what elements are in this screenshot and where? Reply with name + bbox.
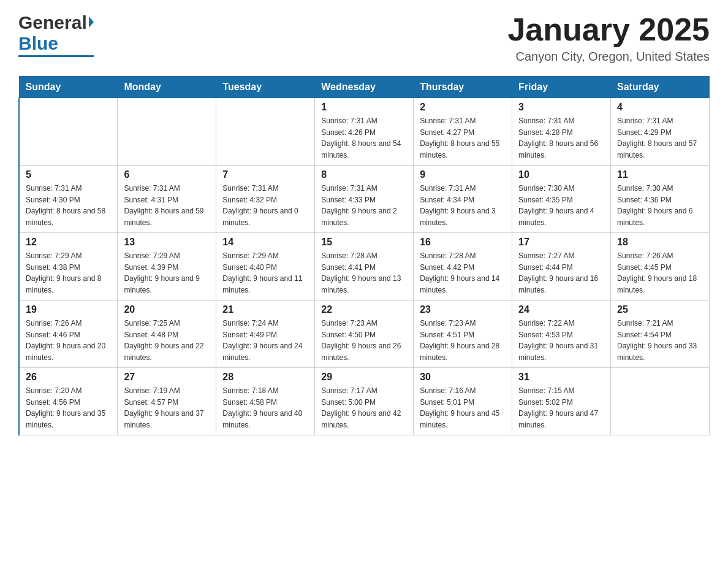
calendar-cell: 10Sunrise: 7:30 AMSunset: 4:35 PMDayligh… (512, 166, 611, 233)
calendar-cell: 12Sunrise: 7:29 AMSunset: 4:38 PMDayligh… (19, 233, 118, 301)
cell-info: Sunrise: 7:18 AMSunset: 4:58 PMDaylight:… (222, 385, 308, 431)
cell-info: Sunrise: 7:23 AMSunset: 4:51 PMDaylight:… (420, 318, 506, 363)
calendar-cell: 15Sunrise: 7:28 AMSunset: 4:41 PMDayligh… (315, 233, 414, 301)
cell-info: Sunrise: 7:16 AMSunset: 5:01 PMDaylight:… (420, 385, 506, 431)
calendar-cell: 31Sunrise: 7:15 AMSunset: 5:02 PMDayligh… (512, 368, 611, 435)
cell-info: Sunrise: 7:28 AMSunset: 4:42 PMDaylight:… (420, 250, 506, 296)
calendar-subtitle: Canyon City, Oregon, United States (507, 50, 710, 64)
cell-info: Sunrise: 7:23 AMSunset: 4:50 PMDaylight:… (321, 318, 407, 363)
calendar-cell (118, 98, 216, 166)
calendar-week-4: 19Sunrise: 7:26 AMSunset: 4:46 PMDayligh… (19, 301, 710, 368)
calendar-cell (19, 98, 118, 166)
cell-info: Sunrise: 7:31 AMSunset: 4:28 PMDaylight:… (518, 115, 604, 161)
day-header-tuesday: Tuesday (216, 77, 315, 98)
calendar-week-5: 26Sunrise: 7:20 AMSunset: 4:56 PMDayligh… (19, 368, 710, 435)
cell-date: 18 (617, 237, 703, 248)
calendar-cell: 30Sunrise: 7:16 AMSunset: 5:01 PMDayligh… (414, 368, 512, 435)
day-header-friday: Friday (512, 77, 611, 98)
cell-info: Sunrise: 7:27 AMSunset: 4:44 PMDaylight:… (518, 250, 604, 296)
cell-date: 31 (518, 372, 604, 383)
calendar-cell (611, 368, 710, 435)
cell-info: Sunrise: 7:29 AMSunset: 4:40 PMDaylight:… (222, 250, 308, 296)
calendar-cell: 26Sunrise: 7:20 AMSunset: 4:56 PMDayligh… (19, 368, 118, 435)
cell-info: Sunrise: 7:31 AMSunset: 4:33 PMDaylight:… (321, 183, 407, 228)
calendar-cell: 24Sunrise: 7:22 AMSunset: 4:53 PMDayligh… (512, 301, 611, 368)
cell-date: 17 (518, 237, 604, 248)
cell-info: Sunrise: 7:15 AMSunset: 5:02 PMDaylight:… (518, 385, 604, 431)
cell-date: 11 (617, 169, 703, 180)
calendar-cell: 25Sunrise: 7:21 AMSunset: 4:54 PMDayligh… (611, 301, 710, 368)
calendar-cell: 7Sunrise: 7:31 AMSunset: 4:32 PMDaylight… (216, 166, 315, 233)
cell-date: 6 (124, 169, 210, 180)
cell-info: Sunrise: 7:25 AMSunset: 4:48 PMDaylight:… (124, 318, 210, 363)
cell-info: Sunrise: 7:31 AMSunset: 4:27 PMDaylight:… (420, 115, 506, 161)
calendar-week-1: 1Sunrise: 7:31 AMSunset: 4:26 PMDaylight… (19, 98, 710, 166)
cell-date: 5 (26, 169, 111, 180)
cell-date: 16 (420, 237, 506, 248)
cell-date: 28 (222, 372, 308, 383)
cell-date: 20 (124, 304, 210, 315)
cell-info: Sunrise: 7:31 AMSunset: 4:26 PMDaylight:… (321, 115, 407, 161)
calendar-cell: 6Sunrise: 7:31 AMSunset: 4:31 PMDaylight… (118, 166, 216, 233)
day-header-wednesday: Wednesday (315, 77, 414, 98)
cell-date: 13 (124, 237, 210, 248)
calendar-cell: 29Sunrise: 7:17 AMSunset: 5:00 PMDayligh… (315, 368, 414, 435)
logo-underline (18, 55, 94, 57)
calendar-week-2: 5Sunrise: 7:31 AMSunset: 4:30 PMDaylight… (19, 166, 710, 233)
cell-info: Sunrise: 7:29 AMSunset: 4:39 PMDaylight:… (124, 250, 210, 296)
calendar-cell: 19Sunrise: 7:26 AMSunset: 4:46 PMDayligh… (19, 301, 118, 368)
cell-date: 24 (518, 304, 604, 315)
cell-date: 3 (518, 102, 604, 113)
calendar-title: January 2025 (507, 12, 710, 47)
cell-date: 7 (222, 169, 308, 180)
calendar-cell: 27Sunrise: 7:19 AMSunset: 4:57 PMDayligh… (118, 368, 216, 435)
calendar-cell: 22Sunrise: 7:23 AMSunset: 4:50 PMDayligh… (315, 301, 414, 368)
calendar-cell: 2Sunrise: 7:31 AMSunset: 4:27 PMDaylight… (414, 98, 512, 166)
calendar-cell: 13Sunrise: 7:29 AMSunset: 4:39 PMDayligh… (118, 233, 216, 301)
calendar-cell: 14Sunrise: 7:29 AMSunset: 4:40 PMDayligh… (216, 233, 315, 301)
day-header-saturday: Saturday (611, 77, 710, 98)
calendar-header-row: SundayMondayTuesdayWednesdayThursdayFrid… (19, 77, 710, 98)
cell-date: 8 (321, 169, 407, 180)
cell-date: 2 (420, 102, 506, 113)
cell-info: Sunrise: 7:21 AMSunset: 4:54 PMDaylight:… (617, 318, 703, 363)
calendar-cell: 5Sunrise: 7:31 AMSunset: 4:30 PMDaylight… (19, 166, 118, 233)
page-header: General Blue January 2025 Canyon City, O… (18, 12, 710, 64)
calendar-cell: 3Sunrise: 7:31 AMSunset: 4:28 PMDaylight… (512, 98, 611, 166)
cell-info: Sunrise: 7:31 AMSunset: 4:32 PMDaylight:… (222, 183, 308, 228)
calendar-table: SundayMondayTuesdayWednesdayThursdayFrid… (18, 76, 710, 435)
cell-info: Sunrise: 7:31 AMSunset: 4:29 PMDaylight:… (617, 115, 703, 161)
day-header-sunday: Sunday (19, 77, 118, 98)
cell-date: 30 (420, 372, 506, 383)
cell-date: 22 (321, 304, 407, 315)
cell-info: Sunrise: 7:26 AMSunset: 4:46 PMDaylight:… (26, 318, 111, 363)
cell-date: 25 (617, 304, 703, 315)
calendar-cell: 18Sunrise: 7:26 AMSunset: 4:45 PMDayligh… (611, 233, 710, 301)
cell-date: 21 (222, 304, 308, 315)
cell-date: 14 (222, 237, 308, 248)
cell-info: Sunrise: 7:30 AMSunset: 4:35 PMDaylight:… (518, 183, 604, 228)
calendar-cell: 23Sunrise: 7:23 AMSunset: 4:51 PMDayligh… (414, 301, 512, 368)
logo-text: General Blue (18, 12, 94, 57)
cell-date: 23 (420, 304, 506, 315)
cell-date: 19 (26, 304, 111, 315)
calendar-cell (216, 98, 315, 166)
cell-info: Sunrise: 7:31 AMSunset: 4:30 PMDaylight:… (26, 183, 111, 228)
cell-info: Sunrise: 7:20 AMSunset: 4:56 PMDaylight:… (26, 385, 111, 431)
cell-info: Sunrise: 7:22 AMSunset: 4:53 PMDaylight:… (518, 318, 604, 363)
cell-date: 27 (124, 372, 210, 383)
cell-info: Sunrise: 7:28 AMSunset: 4:41 PMDaylight:… (321, 250, 407, 296)
cell-info: Sunrise: 7:31 AMSunset: 4:31 PMDaylight:… (124, 183, 210, 228)
cell-info: Sunrise: 7:24 AMSunset: 4:49 PMDaylight:… (222, 318, 308, 363)
calendar-cell: 20Sunrise: 7:25 AMSunset: 4:48 PMDayligh… (118, 301, 216, 368)
day-header-monday: Monday (118, 77, 216, 98)
cell-info: Sunrise: 7:19 AMSunset: 4:57 PMDaylight:… (124, 385, 210, 431)
calendar-cell: 16Sunrise: 7:28 AMSunset: 4:42 PMDayligh… (414, 233, 512, 301)
cell-date: 1 (321, 102, 407, 113)
calendar-cell: 8Sunrise: 7:31 AMSunset: 4:33 PMDaylight… (315, 166, 414, 233)
cell-date: 12 (26, 237, 111, 248)
cell-date: 15 (321, 237, 407, 248)
calendar-cell: 4Sunrise: 7:31 AMSunset: 4:29 PMDaylight… (611, 98, 710, 166)
cell-date: 9 (420, 169, 506, 180)
cell-date: 4 (617, 102, 703, 113)
